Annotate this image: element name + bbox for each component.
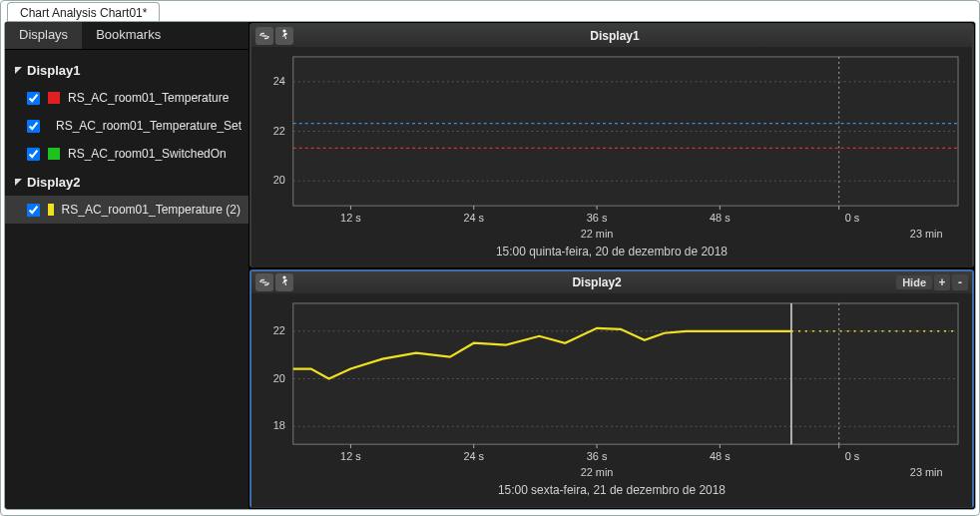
- tree-item[interactable]: RS_AC_room01_Temperature (2): [5, 196, 248, 224]
- svg-text:0 s: 0 s: [845, 450, 860, 462]
- tree-item[interactable]: RS_AC_room01_Temperature_Set: [5, 112, 248, 140]
- series-label: RS_AC_room01_Temperature_Set: [56, 119, 242, 133]
- app-window: Chart Analysis Chart01* Displays Bookmar…: [0, 0, 980, 516]
- chart-header: Display2 Hide + -: [251, 271, 972, 293]
- sidebar: Displays Bookmarks Display1RS_AC_room01_…: [5, 22, 248, 509]
- tree-group-label: Display1: [27, 63, 80, 78]
- svg-text:48 s: 48 s: [710, 212, 731, 224]
- series-label: RS_AC_room01_Temperature (2): [62, 203, 241, 217]
- document-tab-strip: Chart Analysis Chart01*: [1, 1, 979, 21]
- link-icon[interactable]: [255, 273, 273, 291]
- series-label: RS_AC_room01_SwitchedOn: [68, 147, 227, 161]
- series-checkbox[interactable]: [27, 92, 40, 105]
- series-label: RS_AC_room01_Temperature: [68, 91, 229, 105]
- svg-text:22 min: 22 min: [581, 466, 614, 478]
- walk-icon[interactable]: [275, 273, 293, 291]
- svg-text:23 min: 23 min: [910, 466, 943, 478]
- charts-area: Display1: [248, 22, 975, 509]
- svg-text:48 s: 48 s: [710, 450, 731, 462]
- svg-text:36 s: 36 s: [587, 450, 608, 462]
- series-checkbox[interactable]: [27, 148, 40, 161]
- chart-panel-display2[interactable]: Display2 Hide + - Updating... 22.0355: [249, 269, 974, 508]
- svg-text:36 s: 36 s: [587, 212, 608, 224]
- svg-text:0 s: 0 s: [845, 212, 860, 224]
- walk-icon[interactable]: [275, 27, 293, 45]
- svg-text:12 s: 12 s: [340, 212, 361, 224]
- svg-text:15:00 sexta-feira, 21 de dezem: 15:00 sexta-feira, 21 de dezembro de 201…: [498, 483, 726, 497]
- chart-toolbar: [251, 27, 297, 45]
- svg-text:20: 20: [273, 372, 285, 384]
- color-swatch: [48, 148, 60, 160]
- svg-text:22 min: 22 min: [581, 228, 614, 240]
- document-tab[interactable]: Chart Analysis Chart01*: [7, 2, 160, 22]
- series-tree: Display1RS_AC_room01_TemperatureRS_AC_ro…: [5, 50, 248, 224]
- tab-bookmarks[interactable]: Bookmarks: [82, 22, 175, 49]
- tab-displays[interactable]: Displays: [5, 22, 82, 49]
- tree-group-label: Display2: [27, 175, 80, 190]
- chart-title: Display2: [297, 275, 896, 289]
- series-checkbox[interactable]: [27, 120, 40, 133]
- svg-text:18: 18: [273, 419, 285, 431]
- svg-text:24 s: 24 s: [463, 450, 484, 462]
- color-swatch: [48, 92, 60, 104]
- svg-text:20: 20: [273, 174, 285, 186]
- zoom-in-button[interactable]: +: [934, 274, 950, 290]
- svg-text:15:00 quinta-feira, 20 de deze: 15:00 quinta-feira, 20 de dezembro de 20…: [496, 245, 728, 258]
- chart-panel-display1[interactable]: Display1: [249, 23, 974, 267]
- svg-point-27: [282, 275, 285, 278]
- tree-item[interactable]: RS_AC_room01_SwitchedOn: [5, 140, 248, 168]
- caret-icon: [13, 65, 23, 75]
- svg-rect-29: [293, 303, 958, 444]
- zoom-out-button[interactable]: -: [952, 274, 968, 290]
- sidebar-tabs: Displays Bookmarks: [5, 22, 248, 50]
- chart-toolbar: [251, 273, 297, 291]
- chart-plot-area[interactable]: 24 22 20 12 s 24 s 36 s 48 s: [251, 47, 972, 265]
- color-swatch: [48, 204, 54, 216]
- series-checkbox[interactable]: [27, 204, 40, 217]
- chart-header: Display1: [251, 25, 972, 47]
- chart-title: Display1: [297, 29, 932, 43]
- svg-text:22: 22: [273, 125, 285, 137]
- svg-text:12 s: 12 s: [340, 450, 361, 462]
- link-icon[interactable]: [255, 27, 273, 45]
- svg-point-1: [282, 29, 285, 32]
- tree-group-display1[interactable]: Display1: [5, 56, 248, 84]
- caret-icon: [13, 177, 23, 187]
- tree-group-display2[interactable]: Display2: [5, 168, 248, 196]
- chart-plot-area[interactable]: Updating... 22.0355: [251, 293, 972, 506]
- content-area: Displays Bookmarks Display1RS_AC_room01_…: [4, 21, 976, 510]
- hide-button[interactable]: Hide: [896, 275, 932, 289]
- tree-item[interactable]: RS_AC_room01_Temperature: [5, 84, 248, 112]
- svg-text:24: 24: [273, 75, 285, 87]
- svg-text:23 min: 23 min: [910, 228, 943, 240]
- svg-text:22: 22: [273, 324, 285, 336]
- svg-text:24 s: 24 s: [463, 212, 484, 224]
